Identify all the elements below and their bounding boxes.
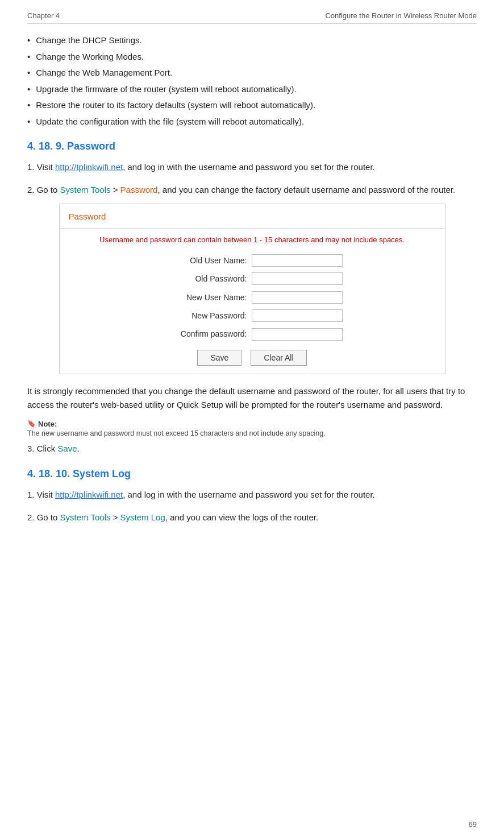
step-2-link1: System Tools <box>60 185 111 195</box>
clear-all-button[interactable]: Clear All <box>251 350 306 366</box>
label-old-username: Old User Name: <box>162 254 247 267</box>
bullet-list: Change the DHCP Settings.Change the Work… <box>27 34 477 128</box>
section-heading-system-log: 4. 18. 10. System Log <box>27 468 477 480</box>
step-2-sep: > <box>110 185 120 195</box>
form-row-new-username: New User Name: <box>60 291 445 304</box>
section-heading-password: 4. 18. 9. Password <box>27 140 477 152</box>
step-1-text: , and log in with the username and passw… <box>123 162 375 172</box>
bullet-item: Upgrade the firmware of the router (syst… <box>27 83 477 96</box>
step-1-number: 1. Visit <box>27 162 55 172</box>
label-old-password: Old Password: <box>162 272 247 285</box>
form-buttons: Save Clear All <box>60 350 445 366</box>
form-note: Username and password can contain betwee… <box>60 234 445 246</box>
input-old-password[interactable] <box>252 272 343 285</box>
page: Chapter 4 Configure the Router in Wirele… <box>0 0 504 840</box>
step-2-syslog-text: , and you can view the logs of the route… <box>165 512 318 522</box>
step-2-syslog-link1: System Tools <box>60 512 111 522</box>
bullet-item: Restore the router to its factory defaul… <box>27 99 477 112</box>
form-divider <box>60 228 445 229</box>
header-chapter: Chapter 4 <box>27 11 60 20</box>
step-1-syslog-link[interactable]: http://tplinkwifi.net <box>55 490 123 499</box>
form-row-confirm-password: Confirm password: <box>60 328 445 340</box>
step-1-syslog: 1. Visit http://tplinkwifi.net, and log … <box>27 488 477 502</box>
bullet-item: Change the Web Management Port. <box>27 67 477 80</box>
note-label: Note: <box>27 420 477 428</box>
input-new-password[interactable] <box>252 309 343 322</box>
form-row-new-password: New Password: <box>60 309 445 322</box>
body-text: It is strongly recommended that you chan… <box>27 384 477 412</box>
step-3-password: 3. Click Save. <box>27 442 477 456</box>
step-1-syslog-num: 1. Visit <box>27 490 55 499</box>
step-2-syslog-link2: System Log <box>120 512 165 522</box>
step-2-number: 2. Go to <box>27 185 60 195</box>
input-old-username[interactable] <box>252 254 343 267</box>
step-2-password: 2. Go to System Tools > Password, and yo… <box>27 183 477 374</box>
form-box-title: Password <box>60 204 445 228</box>
step-3-number: 3. Click <box>27 444 57 453</box>
save-button[interactable]: Save <box>197 350 241 366</box>
input-new-username[interactable] <box>252 291 343 304</box>
step-2-link2: Password <box>120 185 158 195</box>
step-2-text: , and you can change the factory default… <box>157 185 455 195</box>
step-2-syslog-sep: > <box>110 512 120 522</box>
note-block: Note: The new username and password must… <box>27 420 477 437</box>
step-1-syslog-text: , and log in with the username and passw… <box>123 490 375 499</box>
step-2-syslog: 2. Go to System Tools > System Log, and … <box>27 511 477 524</box>
bullet-item: Update the configuration with the file (… <box>27 115 477 129</box>
bullet-item: Change the Working Modes. <box>27 51 477 64</box>
label-new-password: New Password: <box>162 309 247 322</box>
step-3-save-link: Save <box>57 444 77 453</box>
form-row-old-username: Old User Name: <box>60 254 445 267</box>
note-text: The new username and password must not e… <box>27 429 477 437</box>
form-row-old-password: Old Password: <box>60 272 445 285</box>
step-3-text: . <box>77 444 80 453</box>
bullet-item: Change the DHCP Settings. <box>27 34 477 47</box>
step-1-password: 1. Visit http://tplinkwifi.net, and log … <box>27 160 477 174</box>
input-confirm-password[interactable] <box>252 328 343 341</box>
page-number: 69 <box>469 820 477 829</box>
password-form-box: Password Username and password can conta… <box>59 204 445 374</box>
header-section: Configure the Router in Wireless Router … <box>325 11 477 20</box>
page-header: Chapter 4 Configure the Router in Wirele… <box>27 11 477 24</box>
step-1-link[interactable]: http://tplinkwifi.net <box>55 162 123 172</box>
step-2-syslog-num: 2. Go to <box>27 512 60 522</box>
label-confirm-password: Confirm password: <box>162 328 247 340</box>
label-new-username: New User Name: <box>162 291 247 304</box>
